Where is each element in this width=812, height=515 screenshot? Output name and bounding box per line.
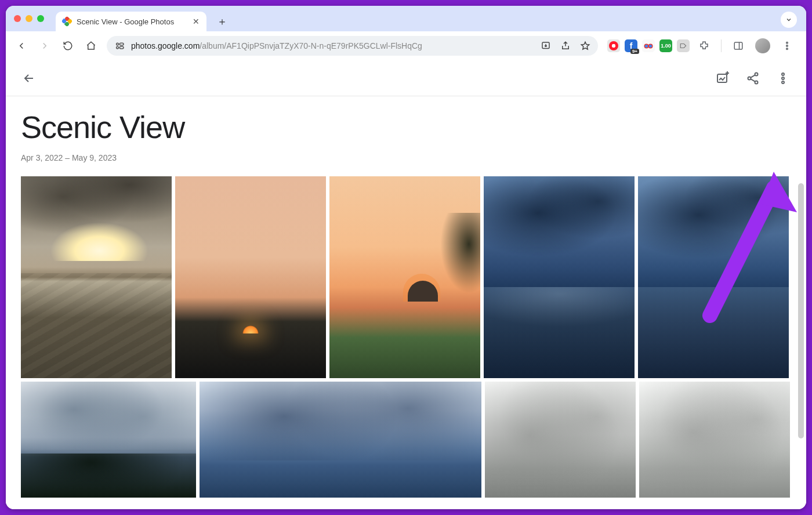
svg-point-9 (786, 48, 788, 50)
photo-grid-row-1 (21, 176, 792, 378)
browser-tab[interactable]: Scenic View - Google Photos ✕ (56, 12, 206, 31)
browser-toolbar: photos.google.com/album/AF1QipPSnvjaTZyX… (6, 31, 806, 60)
svg-rect-10 (717, 74, 727, 82)
svg-point-16 (782, 81, 784, 84)
new-tab-button[interactable]: ＋ (213, 13, 231, 30)
photo-thumbnail[interactable] (175, 176, 326, 378)
svg-point-13 (755, 81, 758, 84)
profile-avatar[interactable] (755, 38, 770, 53)
browser-menu-icon[interactable] (777, 36, 797, 56)
tab-search-button[interactable] (781, 12, 797, 28)
svg-point-8 (786, 45, 788, 47)
photo-thumbnail[interactable] (638, 176, 789, 378)
tab-strip: Scenic View - Google Photos ✕ ＋ (6, 6, 806, 31)
photo-thumbnail[interactable] (200, 382, 481, 498)
photo-thumbnail[interactable] (485, 382, 636, 498)
bookmark-star-icon[interactable] (577, 38, 593, 54)
extension-area: f9+ 1.00 (604, 36, 800, 56)
google-photos-favicon-icon (63, 17, 72, 26)
close-tab-icon[interactable]: ✕ (193, 17, 200, 26)
install-app-icon[interactable] (538, 38, 554, 54)
app-bar (6, 60, 806, 96)
page-url: photos.google.com/album/AF1QipPSnvjaTZyX… (131, 41, 422, 50)
photo-thumbnail[interactable] (639, 382, 790, 498)
address-bar[interactable]: photos.google.com/album/AF1QipPSnvjaTZyX… (107, 36, 598, 56)
close-window-button[interactable] (14, 15, 21, 22)
nav-back-button[interactable] (12, 36, 31, 56)
svg-rect-5 (734, 42, 742, 49)
svg-rect-3 (119, 46, 124, 49)
side-panel-icon[interactable] (728, 36, 748, 56)
album-content: Scenic View Apr 3, 2022 – May 9, 2023 (6, 96, 806, 509)
svg-point-11 (755, 72, 758, 75)
add-photos-button[interactable] (710, 66, 735, 91)
svg-point-14 (782, 73, 784, 75)
app-back-button[interactable] (16, 66, 42, 91)
system-share-icon[interactable] (557, 38, 574, 54)
scrollbar-thumb[interactable] (798, 183, 804, 438)
reload-button[interactable] (58, 36, 78, 56)
site-info-icon[interactable] (115, 41, 125, 51)
extension-facebook-icon[interactable]: f9+ (625, 39, 637, 52)
extension-opera-icon[interactable] (607, 39, 620, 52)
fullscreen-window-button[interactable] (37, 15, 44, 22)
extension-rate-icon[interactable]: 1.00 (659, 39, 672, 52)
home-button[interactable] (81, 36, 101, 56)
svg-point-7 (786, 42, 788, 43)
share-button[interactable] (740, 66, 766, 91)
minimize-window-button[interactable] (26, 15, 32, 22)
window-controls (14, 8, 44, 31)
nav-forward-button[interactable] (35, 36, 55, 56)
svg-point-15 (782, 77, 784, 79)
photo-thumbnail[interactable] (329, 176, 480, 378)
photo-thumbnail[interactable] (21, 176, 172, 378)
album-title[interactable]: Scenic View (21, 109, 792, 145)
svg-point-12 (748, 77, 751, 79)
browser-window: Scenic View - Google Photos ✕ ＋ photos.g… (6, 6, 806, 509)
photo-thumbnail[interactable] (484, 176, 635, 378)
svg-rect-1 (119, 43, 124, 45)
photo-grid-row-2 (21, 382, 792, 498)
svg-point-2 (117, 46, 119, 49)
tab-title: Scenic View - Google Photos (77, 17, 174, 26)
extensions-puzzle-icon[interactable] (694, 36, 714, 56)
extension-glasses-icon[interactable] (642, 39, 655, 52)
photo-thumbnail[interactable] (21, 382, 196, 498)
svg-point-0 (117, 43, 119, 45)
more-options-button[interactable] (770, 66, 796, 91)
extension-reader-icon[interactable] (677, 39, 690, 52)
album-date-range: Apr 3, 2022 – May 9, 2023 (21, 153, 792, 162)
